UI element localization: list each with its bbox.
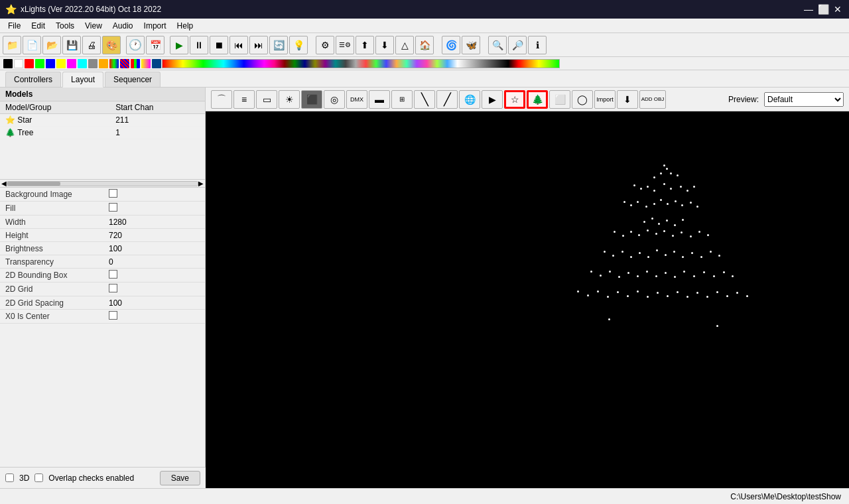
prop-value-2d-grid-spacing[interactable]: 100 [106, 297, 205, 309]
menu-audio[interactable]: Audio [107, 20, 139, 32]
toolbar-save[interactable]: 💾 [62, 36, 81, 54]
toolbar-spinner[interactable]: ◎ [324, 90, 345, 109]
toolbar-new-folder[interactable]: 📁 [3, 36, 21, 54]
checkbox-x0-is-center[interactable] [109, 311, 117, 320]
menu-help[interactable]: Help [172, 20, 199, 32]
toolbar-new-file[interactable]: 📄 [23, 36, 41, 54]
tab-layout[interactable]: Layout [62, 72, 103, 88]
color-icon-orange[interactable] [99, 59, 108, 68]
checkbox-overlap[interactable] [34, 473, 43, 482]
toolbar-stop[interactable]: ⏹ [210, 36, 228, 54]
menu-tools[interactable]: Tools [50, 20, 80, 32]
color-icon-white[interactable] [14, 59, 23, 68]
toolbar-download[interactable]: ⬇ [375, 36, 394, 54]
minimize-button[interactable]: — [803, 3, 815, 15]
checkbox-fill[interactable] [109, 203, 117, 212]
save-button[interactable]: Save [160, 471, 200, 485]
toolbar-triangle[interactable]: △ [395, 36, 414, 54]
toolbar-single-strand[interactable]: ☀ [279, 90, 300, 109]
menu-edit[interactable]: Edit [26, 20, 50, 32]
toolbar-search1[interactable]: 🔍 [488, 36, 507, 54]
menu-import[interactable]: Import [139, 20, 172, 32]
toolbar-schedule[interactable]: 🕐 [126, 36, 145, 54]
toolbar-cube[interactable]: ⬜ [549, 90, 570, 109]
toolbar-repeat[interactable]: 🔄 [269, 36, 288, 54]
tab-controllers[interactable]: Controllers [5, 72, 61, 87]
prop-value-width[interactable]: 1280 [106, 216, 205, 228]
prop-value-brightness[interactable]: 100 [106, 243, 205, 255]
color-icon-blue[interactable] [46, 59, 55, 68]
toolbar-house[interactable]: 🏠 [415, 36, 434, 54]
toolbar-pause[interactable]: ⏸ [190, 36, 208, 54]
color-icon-magenta[interactable] [67, 59, 76, 68]
toolbar-fx2[interactable]: 🦋 [462, 36, 480, 54]
toolbar-rectangle[interactable]: ▭ [256, 90, 277, 109]
menu-view[interactable]: View [80, 20, 107, 32]
checkbox-2d-bounding-box[interactable] [109, 270, 117, 279]
toolbar-fx1[interactable]: 🌀 [442, 36, 460, 54]
toolbar-settings1[interactable]: ⚙ [316, 36, 334, 54]
toolbar-matrix[interactable]: ⬛ [301, 90, 322, 109]
color-icon-wave[interactable] [109, 59, 119, 68]
color-icon-multi1[interactable] [131, 59, 140, 68]
color-icon-gray[interactable] [88, 59, 98, 68]
scroll-track[interactable] [7, 181, 198, 186]
scroll-right-arrow[interactable]: ▶ [198, 180, 204, 187]
color-icon-red[interactable] [25, 59, 34, 68]
scroll-left-arrow[interactable]: ◀ [1, 180, 7, 187]
tab-sequencer[interactable]: Sequencer [105, 72, 161, 87]
toolbar-play2[interactable]: ▶ [482, 90, 503, 109]
scroll-thumb[interactable] [7, 182, 60, 186]
maximize-button[interactable]: ⬜ [817, 3, 829, 15]
toolbar-upload[interactable]: ⬆ [356, 36, 374, 54]
checkbox-3d[interactable] [5, 473, 14, 482]
toolbar-color[interactable]: 🎨 [102, 36, 121, 54]
toolbar-arc[interactable]: ⌒ [211, 90, 232, 109]
toolbar-bulb[interactable]: 💡 [289, 36, 308, 54]
close-button[interactable]: ✕ [832, 3, 844, 15]
prop-value-height[interactable]: 720 [106, 229, 205, 241]
toolbar-play[interactable]: ▶ [170, 36, 188, 54]
toolbar-star[interactable]: ☆ [504, 90, 525, 109]
models-scrollbar[interactable]: ◀ ▶ [0, 179, 205, 187]
color-icon-yellow[interactable] [56, 59, 66, 68]
toolbar-calendar[interactable]: 📅 [146, 36, 164, 54]
color-icon-teal[interactable] [152, 59, 161, 68]
toolbar-line2[interactable]: ╱ [436, 90, 458, 109]
menu-file[interactable]: File [3, 20, 26, 32]
toolbar-add-obj[interactable]: ADD OBJ [639, 90, 666, 109]
table-row[interactable]: 🌲 Tree 1 [0, 127, 205, 139]
light-dot [600, 275, 602, 277]
preview-dropdown[interactable]: Default [764, 92, 844, 107]
color-icon-green[interactable] [35, 59, 44, 68]
toolbar-search2[interactable]: 🔎 [508, 36, 527, 54]
checkbox-background-image[interactable] [109, 189, 117, 198]
color-icon-cyan[interactable] [78, 59, 87, 68]
table-row[interactable]: ⭐ Star 211 [0, 114, 205, 127]
toolbar-download2[interactable]: ⬇ [617, 90, 638, 109]
toolbar-settings2[interactable]: ☰⚙ [336, 36, 354, 54]
light-dot [614, 231, 616, 233]
toolbar-sphere[interactable]: 🌐 [459, 90, 480, 109]
toolbar-line[interactable]: ╲ [414, 90, 435, 109]
prop-value-x0-is-center [106, 310, 205, 323]
color-icon-pattern[interactable] [120, 59, 129, 68]
color-icon-multi2[interactable] [141, 59, 151, 68]
color-icon-black[interactable] [3, 59, 13, 68]
prop-value-fill [106, 202, 205, 215]
checkbox-2d-grid[interactable] [109, 284, 117, 292]
toolbar-info[interactable]: ℹ [528, 36, 547, 54]
toolbar-grid[interactable]: ⊞ [391, 90, 413, 109]
toolbar-tree[interactable]: 🌲 [527, 90, 548, 109]
toolbar-dmx[interactable]: DMX [346, 90, 367, 109]
toolbar-fast-forward[interactable]: ⏭ [249, 36, 268, 54]
toolbar-open[interactable]: 📂 [42, 36, 61, 54]
toolbar-hor-strip[interactable]: ▬ [369, 90, 390, 109]
light-dot [617, 291, 619, 293]
prop-value-transparency[interactable]: 0 [106, 256, 205, 268]
toolbar-lines[interactable]: ≡ [233, 90, 255, 109]
toolbar-circle[interactable]: ◯ [572, 90, 593, 109]
toolbar-import[interactable]: Import [594, 90, 616, 109]
toolbar-print[interactable]: 🖨 [82, 36, 101, 54]
toolbar-rewind[interactable]: ⏮ [229, 36, 248, 54]
